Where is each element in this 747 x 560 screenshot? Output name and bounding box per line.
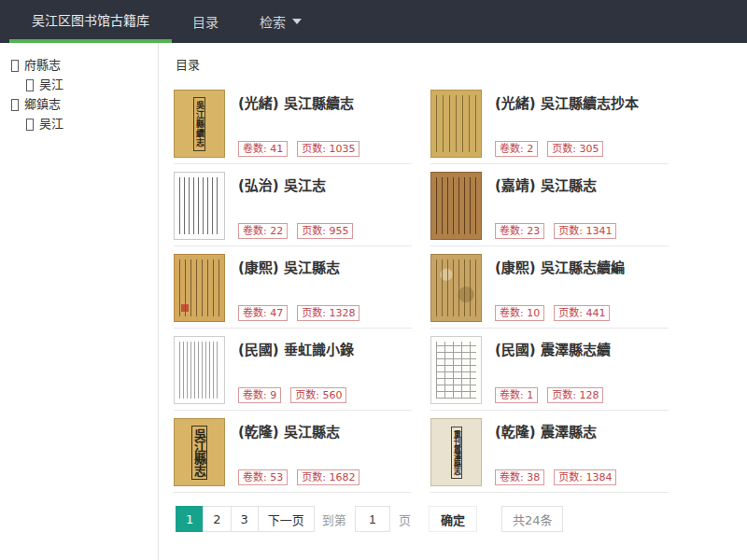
volumes-badge: 卷数: 23: [495, 223, 544, 239]
book-title[interactable]: (康熙) 吳江縣志: [238, 257, 412, 276]
tree-label: 吴江: [39, 115, 63, 133]
sidebar-item-xiangzhenzhi[interactable]: 鄉鎮志: [11, 95, 158, 114]
pages-badge: 页数: 560: [290, 387, 346, 403]
pagination-bar: 1 2 3 下一页 到第 页 确定 共24条: [176, 506, 747, 532]
tree-node-icon: [26, 79, 34, 91]
volumes-badge: 卷数: 22: [238, 223, 288, 239]
volumes-badge: 卷数: 38: [495, 469, 544, 485]
tree-node-icon: [11, 99, 19, 111]
volumes-badge: 卷数: 10: [495, 305, 544, 321]
pages-badge: 页数: 1328: [297, 305, 359, 321]
nav-catalog-label: 目录: [192, 12, 218, 31]
pages-badge: 页数: 1035: [297, 141, 359, 157]
cover-text: 吳江縣志: [191, 426, 207, 480]
book-title[interactable]: (乾隆) 吳江縣志: [238, 421, 412, 441]
book-title[interactable]: (嘉靖) 吳江縣志: [495, 175, 669, 194]
cover-text: 重刊震澤縣志: [451, 427, 462, 479]
book-thumbnail[interactable]: 吳江縣續志: [174, 90, 225, 158]
nav-search-label: 检索: [260, 12, 286, 31]
sidebar-item-fuxianzhi[interactable]: 府縣志: [11, 56, 158, 75]
book-title[interactable]: (光緒) 吳江縣續志抄本: [495, 92, 669, 112]
book-title[interactable]: (弘治) 吳江志: [238, 175, 412, 194]
book-card[interactable]: 吳江縣志 (乾隆) 吳江縣志 卷数: 53 页数: 1682: [174, 411, 412, 493]
book-thumbnail[interactable]: [430, 336, 482, 404]
book-thumbnail[interactable]: [174, 172, 225, 240]
book-card[interactable]: (康熙) 吳江縣志續編 卷数: 10 页数: 441: [430, 246, 669, 329]
cover-text: 吳江縣續志: [193, 97, 205, 151]
chevron-down-icon: [292, 19, 302, 24]
catalog-main: 目录 吳江縣續志 (光緒) 吳江縣續志 卷数: 41 页数: 1035 (光緒): [159, 43, 747, 560]
book-title[interactable]: (光緒) 吳江縣續志: [238, 92, 412, 112]
book-thumbnail[interactable]: [430, 254, 482, 322]
volumes-badge: 卷数: 47: [238, 305, 288, 321]
volumes-badge: 卷数: 1: [495, 387, 538, 403]
book-thumbnail[interactable]: [174, 254, 225, 322]
volumes-badge: 卷数: 53: [238, 469, 288, 485]
goto-suffix-label: 页: [399, 511, 411, 528]
brand-link[interactable]: 吴江区图书馆古籍库: [9, 0, 172, 43]
volumes-badge: 卷数: 9: [238, 387, 281, 403]
tree-label: 吴江: [39, 76, 63, 94]
pages-badge: 页数: 128: [547, 387, 603, 403]
book-thumbnail[interactable]: 重刊震澤縣志: [430, 418, 482, 486]
book-card[interactable]: (民國) 震澤縣志續 卷数: 1 页数: 128: [430, 329, 669, 411]
nav-item-search[interactable]: 检索: [239, 0, 322, 43]
pages-badge: 页数: 305: [547, 141, 603, 157]
book-title[interactable]: (民國) 震澤縣志續: [495, 339, 669, 358]
book-card[interactable]: (弘治) 吳江志 卷数: 22 页数: 955: [174, 164, 412, 246]
pages-badge: 页数: 1384: [554, 469, 616, 485]
goto-page-input[interactable]: [355, 506, 390, 532]
brand-title: 吴江区图书馆古籍库: [32, 10, 149, 29]
tree-node-icon: [26, 119, 34, 131]
page-button-2[interactable]: 2: [203, 506, 231, 532]
book-card[interactable]: (民國) 垂虹識小錄 卷数: 9 页数: 560: [174, 329, 412, 411]
next-page-button[interactable]: 下一页: [258, 506, 315, 532]
category-sidebar: 府縣志 吴江 鄉鎮志 吴江: [0, 43, 159, 560]
page-button-3[interactable]: 3: [231, 506, 259, 532]
book-title[interactable]: (民國) 垂虹識小錄: [238, 339, 412, 358]
sidebar-item-wujiang-2[interactable]: 吴江: [11, 115, 158, 133]
book-card[interactable]: (嘉靖) 吳江縣志 卷数: 23 页数: 1341: [430, 164, 669, 246]
book-card[interactable]: (光緒) 吳江縣續志抄本 卷数: 2 页数: 305: [430, 82, 669, 164]
tree-label: 府縣志: [24, 56, 61, 75]
book-card[interactable]: 重刊震澤縣志 (乾隆) 震澤縣志 卷数: 38 页数: 1384: [430, 411, 669, 493]
pages-badge: 页数: 1682: [297, 469, 359, 485]
confirm-button[interactable]: 确定: [429, 506, 477, 532]
page-button-1[interactable]: 1: [176, 506, 204, 532]
book-card[interactable]: (康熙) 吳江縣志 卷数: 47 页数: 1328: [174, 246, 412, 329]
tree-node-icon: [11, 60, 19, 72]
top-navbar: 吴江区图书馆古籍库 目录 检索: [0, 0, 747, 43]
pages-badge: 页数: 441: [554, 305, 610, 321]
book-title[interactable]: (乾隆) 震澤縣志: [495, 421, 669, 441]
pages-badge: 页数: 955: [297, 223, 353, 239]
pages-badge: 页数: 1341: [554, 223, 616, 239]
nav-item-catalog[interactable]: 目录: [172, 0, 239, 43]
book-thumbnail[interactable]: [174, 336, 225, 404]
book-title[interactable]: (康熙) 吳江縣志續編: [495, 257, 669, 276]
total-count-badge: 共24条: [501, 506, 564, 532]
page-title: 目录: [176, 55, 747, 73]
tree-label: 鄉鎮志: [24, 95, 61, 114]
goto-prefix-label: 到第: [322, 511, 346, 528]
volumes-badge: 卷数: 2: [495, 141, 538, 157]
book-grid: 吳江縣續志 (光緒) 吳江縣續志 卷数: 41 页数: 1035 (光緒) 吳江…: [174, 82, 669, 493]
sidebar-item-wujiang-1[interactable]: 吴江: [11, 76, 158, 94]
book-thumbnail[interactable]: [430, 90, 482, 158]
book-thumbnail[interactable]: 吳江縣志: [174, 418, 225, 486]
volumes-badge: 卷数: 41: [238, 141, 288, 157]
book-thumbnail[interactable]: [430, 172, 482, 240]
book-card[interactable]: 吳江縣續志 (光緒) 吳江縣續志 卷数: 41 页数: 1035: [174, 82, 412, 164]
